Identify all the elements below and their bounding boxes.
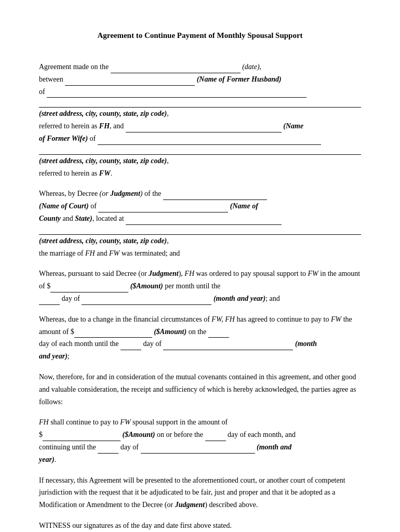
witness-para: WITNESS our signatures as of the day and…: [39, 520, 361, 532]
date-label: (date),: [242, 63, 261, 71]
court-address-field-2[interactable]: [39, 227, 361, 235]
amount-label3: ($Amount): [123, 431, 155, 438]
former-wife-name-field[interactable]: [126, 124, 282, 132]
amount-label2: ($Amount): [154, 328, 186, 336]
day-field-3[interactable]: [121, 342, 141, 350]
and-year-label: and year): [39, 352, 68, 360]
agreement-intro-para: Agreement made on the (date), between (N…: [39, 61, 361, 179]
if-necessary-text: If necessary, this Agreement will be pre…: [39, 476, 345, 509]
month-year-field-3[interactable]: [141, 445, 255, 454]
date-field[interactable]: [111, 65, 241, 73]
document-title: Agreement to Continue Payment of Monthly…: [39, 31, 361, 40]
month-year-label3: (month and: [257, 443, 291, 451]
fh-address-field-2[interactable]: [39, 99, 361, 108]
name-of-court-label: (Name of Court): [39, 202, 89, 210]
marriage-terminated-text: the marriage of FH and FW was terminated…: [39, 249, 180, 257]
referred-fw-label: referred to herein as FW.: [39, 169, 112, 177]
fh-shall-para: FH shall continue to pay to FW spousal s…: [39, 416, 361, 466]
former-husband-name-field[interactable]: [65, 77, 195, 86]
of-label2: of: [90, 135, 98, 142]
name-former-husband-label: (Name of Former Husband): [197, 75, 282, 83]
county-state-field[interactable]: [98, 204, 228, 212]
street-address-label1: (street address, city, county, state, zi…: [39, 110, 167, 117]
court-address-field[interactable]: [126, 217, 282, 225]
street-address-label3: (street address, city, county, state, zi…: [39, 237, 167, 245]
continuing-until-text: continuing until the: [39, 443, 98, 451]
month-year-field-1[interactable]: [82, 297, 211, 305]
document-container: Agreement to Continue Payment of Monthly…: [39, 31, 361, 532]
state-label: State): [75, 215, 92, 222]
month-year-label2: (month: [295, 340, 317, 348]
name-county-state-label: (Name of: [230, 202, 258, 210]
year-label: year): [39, 456, 55, 463]
referred-fh-label: referred to herein as FH, and: [39, 122, 126, 130]
between-label: between: [39, 75, 63, 83]
fw-address-field-1[interactable]: [98, 137, 321, 145]
day-field-2[interactable]: [208, 329, 229, 338]
month-year-label1: (month and year): [214, 295, 265, 302]
name-former-wife-label: (Name: [283, 122, 303, 130]
amount-label1: ($Amount): [130, 282, 163, 290]
name-former-wife-label2: of Former Wife): [39, 135, 88, 142]
whereas2-para: Whereas, pursuant to said Decree (or Jud…: [39, 268, 361, 304]
whereas1-text: Whereas, by Decree (or Judgment) of the: [39, 190, 163, 197]
fw-address-field-2[interactable]: [39, 147, 361, 155]
whereas1-para: Whereas, by Decree (or Judgment) of the …: [39, 188, 361, 259]
day-field-5[interactable]: [98, 445, 118, 454]
day-field-4[interactable]: [205, 433, 226, 441]
now-therefore-para: Now, therefore, for and in consideration…: [39, 371, 361, 408]
street-address-label2: (street address, city, county, state, zi…: [39, 157, 167, 165]
of-label: of: [39, 88, 47, 96]
amount-field-2[interactable]: [74, 329, 152, 338]
amount-field-3[interactable]: [43, 433, 121, 441]
amount-field-1[interactable]: [50, 284, 128, 292]
agreement-made-label: Agreement made on the: [39, 63, 111, 71]
fh-address-field-1[interactable]: [47, 89, 306, 98]
court-name-field[interactable]: [163, 192, 267, 200]
name-county-state-label2: County: [39, 215, 61, 222]
witness-text: WITNESS our signatures as of the day and…: [39, 522, 232, 529]
day-field-1[interactable]: [39, 297, 60, 305]
month-year-field-2[interactable]: [163, 342, 293, 350]
now-therefore-text: Now, therefore, for and in consideration…: [39, 373, 356, 406]
if-necessary-para: If necessary, this Agreement will be pre…: [39, 474, 361, 511]
whereas3-para: Whereas, due to a change in the financia…: [39, 313, 361, 363]
fh-shall-text: FH shall continue to pay to FW spousal s…: [39, 418, 228, 426]
